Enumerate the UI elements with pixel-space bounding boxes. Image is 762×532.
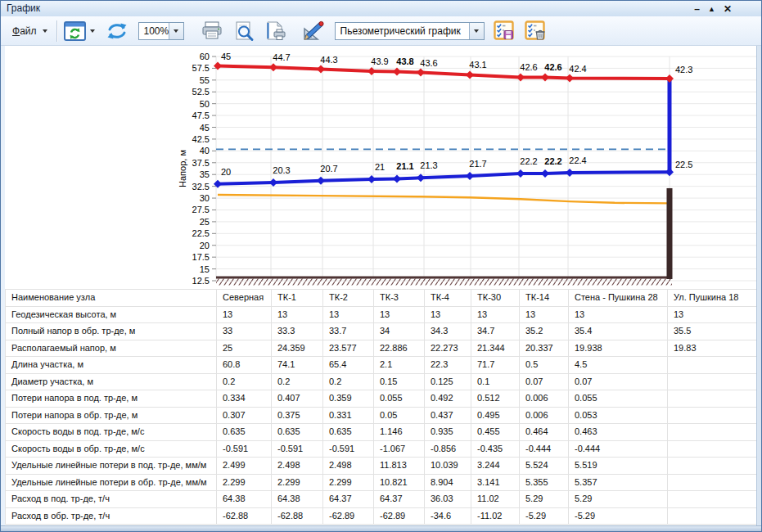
table-cell: -0.444 xyxy=(569,440,668,458)
return-line-marker xyxy=(541,169,549,178)
supply-line-marker xyxy=(393,67,401,75)
return-line-value-label: 21.3 xyxy=(420,160,437,170)
table-cell: 13 xyxy=(668,306,759,323)
table-cell: -62.88 xyxy=(217,507,272,525)
y-tick-label: 45 xyxy=(200,123,210,133)
refresh-dropdown-caret[interactable] xyxy=(90,29,95,33)
table-cell: 64.37 xyxy=(374,491,425,508)
reload-button[interactable] xyxy=(101,20,133,43)
print-preview-button[interactable] xyxy=(230,20,258,43)
y-tick-label: 15 xyxy=(200,264,210,274)
print-preview-icon xyxy=(232,20,255,42)
table-row: Расход в обр. тр-де, т/ч-62.88-62.88-62.… xyxy=(6,507,759,525)
table-cell: 36.03 xyxy=(425,491,471,508)
table-cell: 21.344 xyxy=(471,340,520,357)
row-label: Геодезическая высота, м xyxy=(6,306,217,323)
table-cell: 0.512 xyxy=(471,390,520,408)
table-cell: -0.591 xyxy=(217,440,272,458)
return-line-marker xyxy=(393,174,401,183)
return-line-marker xyxy=(367,175,376,183)
return-line-value-label: 22.5 xyxy=(675,160,692,169)
supply-line-marker xyxy=(214,62,222,70)
delete-settings-button[interactable] xyxy=(522,20,548,43)
table-cell: 0.463 xyxy=(569,424,668,441)
y-tick-label: 52.5 xyxy=(192,87,210,97)
graph-type-dropdown-button[interactable] xyxy=(469,23,484,39)
table-cell: 5.355 xyxy=(520,474,569,491)
toolbar: Файл 100% xyxy=(1,16,761,46)
table-cell: 0.07 xyxy=(569,373,668,390)
supply-line-value-label: 43.1 xyxy=(469,60,486,70)
return-line-marker xyxy=(317,177,325,185)
table-cell: 0.055 xyxy=(569,390,668,408)
supply-line-value-label: 43.8 xyxy=(396,56,413,66)
window-bottom-band xyxy=(1,525,761,531)
file-menu-button[interactable]: Файл xyxy=(7,20,52,43)
table-cell: 65.4 xyxy=(323,357,374,374)
row-label: Удельные линейные потери в под. тр-де, м… xyxy=(6,458,217,475)
table-cell: 0.15 xyxy=(374,373,425,390)
table-cell: 23.577 xyxy=(323,340,374,357)
y-tick-label: 55 xyxy=(200,75,210,85)
table-cell: 22.273 xyxy=(425,340,471,357)
return-line-marker xyxy=(566,169,574,177)
y-tick-label: 25 xyxy=(200,217,210,227)
table-cell: 33.7 xyxy=(323,323,374,340)
return-line-marker xyxy=(516,169,525,178)
table-cell: 64.38 xyxy=(217,491,272,508)
table-cell: 19.938 xyxy=(569,340,668,357)
chevron-down-icon xyxy=(43,29,47,33)
table-cell: -62.89 xyxy=(374,507,425,525)
table-row: Располагаемый напор, м2524.35923.57722.8… xyxy=(6,340,759,357)
zoom-value: 100% xyxy=(139,25,169,37)
row-label: Расход в обр. тр-де, т/ч xyxy=(6,507,217,525)
return-line-value-label: 20.7 xyxy=(320,164,337,174)
table-cell: 3.244 xyxy=(471,458,520,475)
y-tick-label: 32.5 xyxy=(192,182,210,192)
row-label: Наименование узла xyxy=(6,290,217,307)
refresh-schema-button[interactable] xyxy=(61,20,88,43)
table-cell: 2.498 xyxy=(323,458,374,475)
print-button[interactable] xyxy=(197,20,227,43)
table-cell: 0.125 xyxy=(425,373,471,390)
table-cell: -0.591 xyxy=(323,440,374,458)
node-name-cell: Северная xyxy=(217,290,272,307)
pin-button[interactable]: ▲ xyxy=(708,2,715,16)
supply-line-value-label: 42.4 xyxy=(569,64,586,74)
return-line-value-label: 22.2 xyxy=(544,156,561,166)
table-cell: -62.88 xyxy=(272,507,323,525)
table-cell: 0.07 xyxy=(520,373,569,390)
table-cell: 0.492 xyxy=(425,390,471,408)
close-button[interactable]: ✕ xyxy=(724,2,732,16)
graph-type-value: Пьезометрический график xyxy=(336,25,469,37)
y-tick-label: 30 xyxy=(200,193,210,203)
node-name-cell: ТК-3 xyxy=(374,290,425,307)
table-cell: 0.1 xyxy=(471,373,520,390)
save-settings-button[interactable] xyxy=(491,20,517,43)
copy-button[interactable] xyxy=(261,20,290,43)
edit-chart-button[interactable] xyxy=(298,20,328,43)
table-cell: 33.3 xyxy=(272,323,323,340)
minimize-button[interactable]: – xyxy=(694,2,700,16)
table-cell: 20.337 xyxy=(520,340,569,357)
printer-icon xyxy=(200,20,224,41)
graph-type-select[interactable]: Пьезометрический график xyxy=(335,22,485,40)
zoom-select[interactable]: 100% xyxy=(138,22,184,40)
return-line-marker xyxy=(214,180,222,188)
table-cell xyxy=(668,357,759,374)
return-line-marker xyxy=(665,168,674,176)
table-cell: 0.455 xyxy=(471,424,520,441)
node-name-cell: ТК-14 xyxy=(520,290,569,307)
zoom-dropdown-button[interactable] xyxy=(169,23,183,39)
table-cell: 2.499 xyxy=(217,458,272,475)
window-left-band xyxy=(1,46,5,525)
table-cell: 13 xyxy=(425,306,471,323)
node-name-cell: ТК-30 xyxy=(471,290,520,307)
y-tick-label: 57.5 xyxy=(192,63,210,73)
return-line-value-label: 20.3 xyxy=(273,165,290,175)
table-cell: 0.635 xyxy=(272,424,323,441)
node-name-cell: ТК-2 xyxy=(323,290,374,307)
table-cell: 0.053 xyxy=(569,407,668,424)
table-row: Потери напора в обр. тр-де, м0.3070.3750… xyxy=(6,407,759,424)
supply-line-marker xyxy=(466,70,474,79)
